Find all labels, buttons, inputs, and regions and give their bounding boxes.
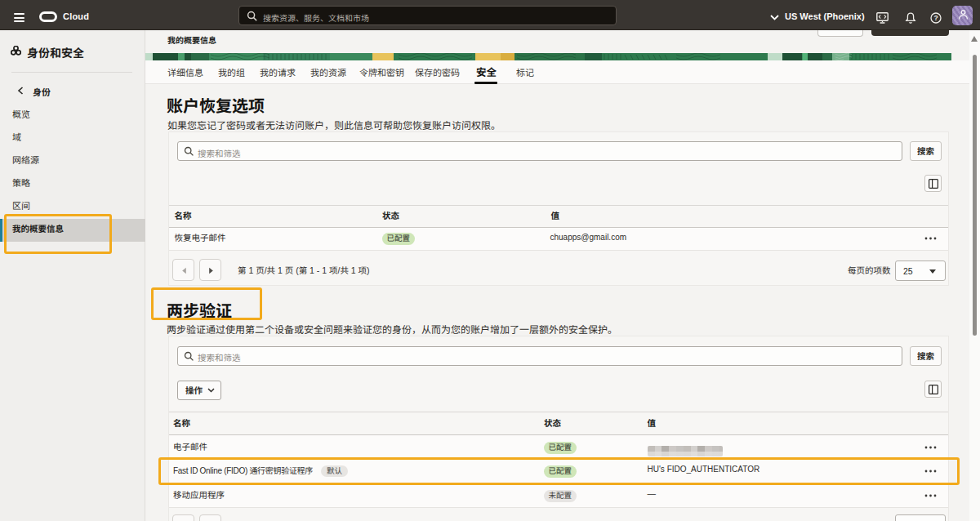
svg-text:?: ? (933, 14, 938, 22)
